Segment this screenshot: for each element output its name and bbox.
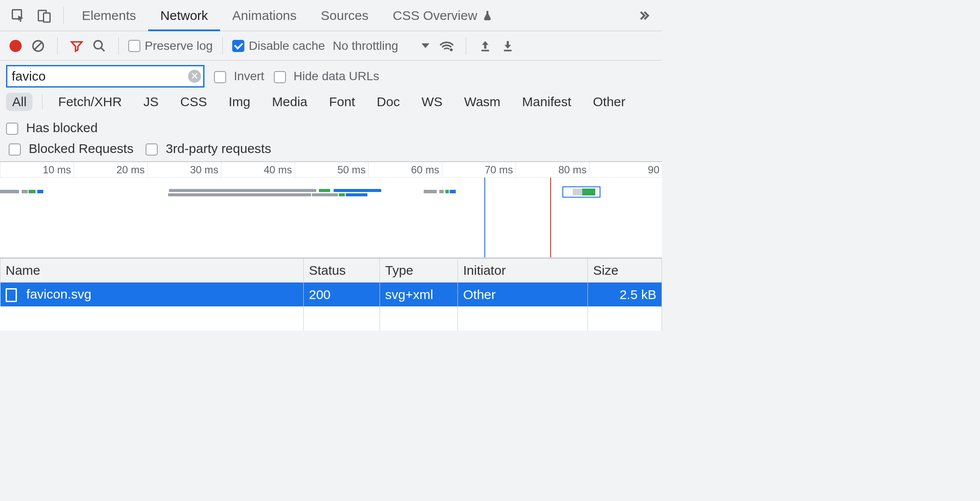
more-tabs-icon[interactable] [633,5,654,26]
cell-size: 2.5 kB [588,283,662,307]
has-blocked-option[interactable]: Has blocked [6,120,97,135]
type-doc[interactable]: Doc [371,93,406,111]
tick-label: 80 ms [558,164,587,176]
invert-label: Invert [234,69,264,83]
tick-label: 40 ms [264,164,292,176]
network-overview-timeline[interactable]: 10 ms 20 ms 30 ms 40 ms 50 ms 60 ms 70 m… [0,161,662,258]
cell-status: 200 [304,283,380,307]
table-header-row: Name Status Type Initiator Size [0,259,662,283]
invert-checkbox[interactable] [214,71,226,83]
col-type[interactable]: Type [380,259,458,283]
device-toolbar-icon[interactable] [34,5,55,26]
hide-data-urls-checkbox[interactable] [274,71,286,83]
search-icon[interactable] [90,36,109,55]
tab-animations[interactable]: Animations [220,0,308,31]
tab-network[interactable]: Network [148,0,220,31]
type-css[interactable]: CSS [174,93,213,111]
file-icon [6,288,17,302]
network-conditions-icon[interactable] [437,36,456,55]
svg-line-6 [101,48,104,51]
disable-cache-checkbox[interactable] [232,40,244,52]
svg-point-5 [94,41,102,49]
tick-label: 70 ms [485,164,513,176]
hide-data-urls-option[interactable]: Hide data URLs [274,69,379,83]
has-blocked-label: Has blocked [26,120,97,135]
svg-line-4 [35,42,42,49]
tab-css-overview[interactable]: CSS Overview [381,0,505,31]
tick-label: 30 ms [190,164,218,176]
divider [63,7,64,24]
network-requests-table: Name Status Type Initiator Size favicon.… [0,258,662,331]
third-party-label: 3rd-party requests [166,141,271,156]
divider [57,37,58,55]
filter-input[interactable] [6,65,204,88]
preserve-log-option[interactable]: Preserve log [128,39,213,53]
request-type-filter: All Fetch/XHR JS CSS Img Media Font Doc … [0,90,662,138]
table-row[interactable]: favicon.svg 200 svg+xml Other 2.5 kB [0,283,662,307]
timeline-selection[interactable] [562,186,600,198]
tick-label: 10 ms [43,164,71,176]
clear-filter-icon[interactable]: ✕ [188,70,201,83]
blocked-requests-option[interactable]: Blocked Requests [9,141,133,156]
import-har-icon[interactable] [498,36,517,55]
network-toolbar: Preserve log Disable cache No throttling [0,31,662,61]
preserve-log-checkbox[interactable] [128,40,140,52]
type-ws[interactable]: WS [415,93,448,111]
third-party-checkbox[interactable] [146,143,158,156]
type-media[interactable]: Media [266,93,314,111]
cell-initiator: Other [458,283,588,307]
record-button[interactable] [6,36,25,55]
tab-label: Sources [321,8,369,23]
clear-button[interactable] [29,36,48,55]
devtools-tabstrip: Elements Network Animations Sources CSS … [0,0,662,31]
tab-sources[interactable]: Sources [309,0,381,31]
type-font[interactable]: Font [323,93,361,111]
disable-cache-option[interactable]: Disable cache [232,39,325,53]
tab-label: CSS Overview [393,8,477,23]
col-initiator[interactable]: Initiator [458,259,588,283]
filter-bar: ✕ Invert Hide data URLs [0,61,662,90]
type-other[interactable]: Other [587,93,632,111]
request-name: favicon.svg [26,287,91,301]
type-js[interactable]: JS [137,93,165,111]
svg-rect-9 [504,49,512,51]
type-wasm[interactable]: Wasm [458,93,506,111]
blocked-requests-checkbox[interactable] [9,143,21,156]
throttling-select[interactable]: No throttling [333,39,429,53]
svg-rect-8 [481,49,489,51]
third-party-option[interactable]: 3rd-party requests [146,141,271,156]
export-har-icon[interactable] [476,36,495,55]
flask-icon [482,9,493,22]
tab-label: Elements [82,8,136,23]
cell-name: favicon.svg [0,283,304,307]
preserve-log-label: Preserve log [145,39,213,53]
has-blocked-checkbox[interactable] [6,123,18,135]
tick-label: 20 ms [117,164,145,176]
filter-icon[interactable] [67,36,86,55]
timeline-ruler: 10 ms 20 ms 30 ms 40 ms 50 ms 60 ms 70 m… [0,162,662,178]
load-marker [550,178,551,257]
tick-label: 90 [648,164,659,176]
type-img[interactable]: Img [223,93,256,111]
type-all[interactable]: All [6,93,32,111]
divider [118,37,119,55]
svg-rect-2 [44,13,50,22]
table-row-empty [0,306,662,331]
cell-type: svg+xml [380,283,458,307]
invert-option[interactable]: Invert [214,69,264,83]
type-fetch-xhr[interactable]: Fetch/XHR [52,93,128,111]
svg-point-7 [450,48,453,51]
extra-filter-row: Blocked Requests 3rd-party requests [0,138,662,161]
tick-label: 50 ms [337,164,366,176]
filter-input-wrap: ✕ [6,65,204,88]
col-size[interactable]: Size [588,259,662,283]
disable-cache-label: Disable cache [249,39,325,53]
tab-elements[interactable]: Elements [70,0,148,31]
col-name[interactable]: Name [0,259,304,283]
blocked-requests-label: Blocked Requests [29,141,133,156]
inspect-element-icon[interactable] [8,5,29,26]
col-status[interactable]: Status [304,259,380,283]
type-manifest[interactable]: Manifest [516,93,577,111]
throttling-value: No throttling [333,39,398,53]
divider [42,94,42,109]
